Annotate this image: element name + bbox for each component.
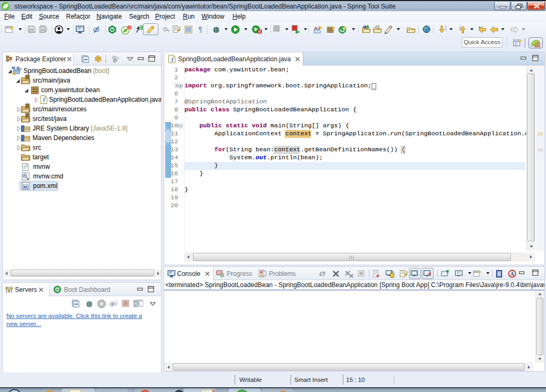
svg-text:¶: ¶ (198, 26, 203, 34)
svg-text:J: J (43, 97, 45, 103)
svg-text:1: 1 (128, 26, 131, 30)
svg-text:J: J (171, 57, 173, 63)
svg-text:A: A (510, 271, 515, 277)
svg-text:S: S (17, 66, 20, 71)
svg-text:M: M (24, 185, 27, 190)
svg-text:M: M (12, 66, 15, 70)
